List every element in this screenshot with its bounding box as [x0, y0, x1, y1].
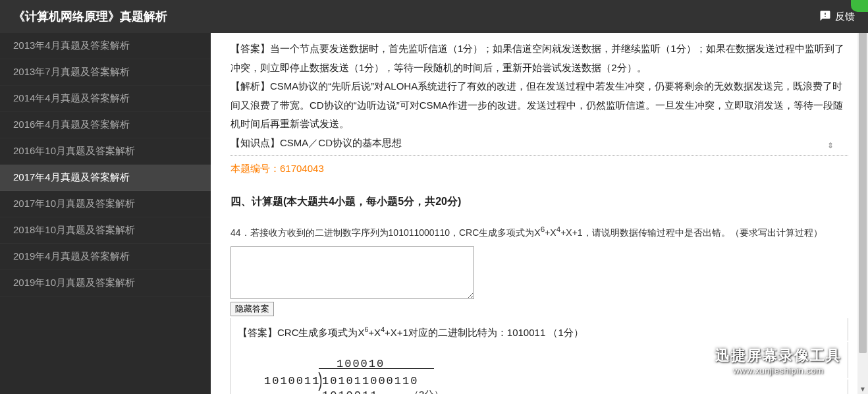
- header-bar: 《计算机网络原理》真题解析 反馈: [0, 0, 868, 33]
- feedback-button[interactable]: 反馈: [819, 10, 855, 24]
- sidebar-item-label: 2017年10月真题及答案解析: [13, 198, 135, 209]
- q44-prefix: 44．若接收方收到的二进制数字序列为101011000110，CRC生成多项式为…: [231, 227, 541, 238]
- page-title: 《计算机网络原理》真题解析: [13, 9, 167, 24]
- scroll-thumb[interactable]: [859, 11, 867, 353]
- ld-bar: [319, 368, 434, 369]
- sidebar-item-label: 2018年10月真题及答案解析: [13, 224, 135, 235]
- ld-score: （3分）: [409, 385, 444, 394]
- analysis-text: 【解析】CSMA协议的“先听后说”对ALOHA系统进行了有效的改进，但在发送过程…: [231, 77, 848, 134]
- resize-handle-icon[interactable]: ⇕: [827, 138, 834, 154]
- answer-text: 【答案】当一个节点要发送数据时，首先监听信道（1分）；如果信道空闲就发送数据，并…: [231, 40, 848, 77]
- long-division: 100010 1010011 ) 101011000110 1010011 （3…: [238, 354, 514, 394]
- sidebar-item-2019-10[interactable]: 2019年10月真题及答案解析: [0, 270, 211, 296]
- sidebar-item-2017-10[interactable]: 2017年10月真题及答案解析: [0, 191, 211, 217]
- q44-suffix: +X+1，请说明数据传输过程中是否出错。（要求写出计算过程）: [560, 227, 822, 238]
- watermark-title: 迅捷屏幕录像工具: [715, 346, 842, 366]
- sidebar-item-label: 2016年10月真题及答案解析: [13, 145, 135, 156]
- ld-divisor: 1010011: [264, 371, 320, 392]
- sidebar-item-2014-04[interactable]: 2014年4月真题及答案解析: [0, 86, 211, 112]
- sidebar-item-label: 2017年4月真题及答案解析: [13, 171, 130, 183]
- feedback-icon: [819, 10, 831, 24]
- q44-mid1: +X: [545, 227, 556, 238]
- previous-answer-block: 【答案】当一个节点要发送数据时，首先监听信道（1分）；如果信道空闲就发送数据，并…: [231, 40, 848, 155]
- section-heading: 四、计算题(本大题共4小题，每小题5分，共20分): [231, 192, 848, 211]
- sidebar-item-2017-04[interactable]: 2017年4月真题及答案解析: [0, 165, 211, 191]
- watermark: 迅捷屏幕录像工具 www.xunjieshipin.com: [705, 341, 852, 380]
- sidebar-item-label: 2019年10月真题及答案解析: [13, 277, 135, 288]
- sidebar-item-2013-07[interactable]: 2013年7月真题及答案解析: [0, 59, 211, 86]
- a44-suffix: +X+1对应的二进制比特为：1010011 （1分）: [385, 327, 583, 338]
- answer-textarea[interactable]: [231, 246, 474, 299]
- toggle-answer-button[interactable]: 隐藏答案: [231, 302, 274, 316]
- a44-prefix: 【答案】CRC生成多项式为X: [238, 327, 365, 338]
- sidebar-item-2016-04[interactable]: 2016年4月真题及答案解析: [0, 112, 211, 138]
- corner-decoration: [851, 0, 868, 12]
- ld-sub1: 1010011: [322, 385, 378, 394]
- sidebar: 2013年4月真题及答案解析 2013年7月真题及答案解析 2014年4月真题及…: [0, 33, 211, 394]
- sidebar-item-label: 2014年4月真题及答案解析: [13, 92, 130, 103]
- answer-44-line1: 【答案】CRC生成多项式为X6+X4+X+1对应的二进制比特为：1010011 …: [238, 324, 841, 343]
- outer-scrollbar[interactable]: ▲ ▼: [857, 0, 868, 394]
- watermark-url: www.xunjieshipin.com: [715, 366, 842, 376]
- sidebar-item-2019-04[interactable]: 2019年4月真题及答案解析: [0, 244, 211, 270]
- sidebar-item-2018-10[interactable]: 2018年10月真题及答案解析: [0, 217, 211, 244]
- feedback-label: 反馈: [835, 11, 855, 23]
- knowledge-text: 【知识点】CSMA／CD协议的基本思想: [231, 134, 848, 153]
- sidebar-item-2016-10[interactable]: 2016年10月真题及答案解析: [0, 138, 211, 165]
- a44-mid1: +X: [368, 327, 381, 338]
- sidebar-item-label: 2019年4月真题及答案解析: [13, 250, 130, 262]
- content-scroll[interactable]: 【答案】当一个节点要发送数据时，首先监听信道（1分）；如果信道空闲就发送数据，并…: [211, 33, 868, 394]
- sidebar-item-label: 2016年4月真题及答案解析: [13, 119, 130, 130]
- sidebar-item-2013-04[interactable]: 2013年4月真题及答案解析: [0, 33, 211, 59]
- sidebar-item-label: 2013年7月真题及答案解析: [13, 66, 130, 77]
- scroll-down-icon[interactable]: ▼: [857, 383, 868, 394]
- sidebar-item-label: 2013年4月真题及答案解析: [13, 40, 130, 51]
- question-44-text: 44．若接收方收到的二进制数字序列为101011000110，CRC生成多项式为…: [231, 222, 848, 241]
- question-id: 本题编号：61704043: [231, 159, 848, 179]
